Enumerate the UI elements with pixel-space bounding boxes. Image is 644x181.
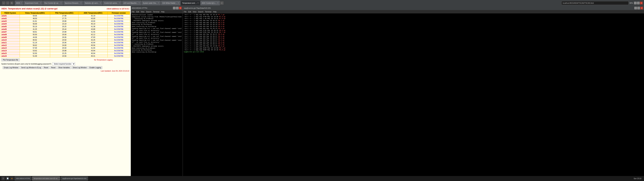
enable-logging-button[interactable]: Enable Logging <box>88 66 102 69</box>
terminal-line: if'- no such file or directory' <box>132 34 182 36</box>
menu-search[interactable]: Search <box>146 11 152 13</box>
table-row: aida16 51.69 24.56 40.31 0x3350706 <box>1 55 130 58</box>
tab-runcontrol[interactable]: Run Control @ car...✕ <box>43 1 63 5</box>
terminal-line: done executing do_PreReset <box>132 48 182 50</box>
table-row: aida09 44.06 26.06 47.69 0x3350706 <box>1 36 130 39</box>
col-header-firmware: Firmware version <box>108 12 130 14</box>
menu-edit[interactable]: Edit <box>136 11 139 13</box>
terminal-min-button[interactable]: − <box>634 7 637 10</box>
table-row: aida04 56.69 23.19 45.19 0x3350706 <box>1 22 130 25</box>
show-log-button[interactable]: Show Log Window <box>72 66 88 69</box>
forward-button[interactable]: → <box>6 1 10 5</box>
terminal-prompt: npg@carme-gsi:G22-201$ <box>184 51 643 53</box>
term-menu-terminal[interactable]: Terminal <box>205 11 212 13</box>
terminal-line: done executing do_PreReset <box>132 22 182 24</box>
term-menu-search[interactable]: Search <box>198 11 204 13</box>
empty-log-button[interactable]: Empty Log Window <box>3 66 20 69</box>
address-bar[interactable] <box>562 1 628 5</box>
minimize-button[interactable]: − <box>634 2 636 4</box>
list-item: -rw-r--r-- 1 npg npg 45K May 30 09:57 M9… <box>184 42 643 44</box>
tab-bar: AIDA✕ Experiment Contr...✕ Run Control @… <box>15 0 562 6</box>
taskbar-midas-item[interactable]: AIDA MIDAS HTTPd <box>14 176 31 180</box>
cell-psu: 22.25 <box>50 52 78 55</box>
function-select[interactable]: Select required function <box>52 62 75 66</box>
terminal-window-controls: − □ ✕ <box>634 7 643 10</box>
taskbar-terminal-item[interactable]: npg@carme-gsi:/TapeData/G22-201 <box>61 176 88 180</box>
tab-led[interactable]: LED and Wavefor...✕ <box>122 1 141 5</box>
cell-name: aida01 <box>1 14 20 17</box>
table-row: aida07 58.81 24.88 41.56 0x3350706 <box>1 31 130 33</box>
terminal-max-button[interactable]: □ <box>637 7 640 10</box>
tab-system[interactable]: System wide Che...✕ <box>142 1 161 5</box>
terminal-line: executing do_PostSetup <box>132 49 182 51</box>
reset2-button[interactable]: Reset <box>50 66 57 69</box>
term-menu-view[interactable]: View <box>193 11 196 13</box>
midas-max-button[interactable]: □ <box>176 7 178 10</box>
cell-psu: 24.56 <box>50 55 78 58</box>
terminal-line: done executing do_PostSetup <box>132 26 182 28</box>
terminal-line: ::MASTERTS namespace already exists <box>132 20 182 22</box>
cell-name: aida16 <box>1 55 20 58</box>
back-button[interactable]: ← <box>2 1 5 5</box>
terminal-close-button[interactable]: ✕ <box>640 7 643 10</box>
cell-vistex: 58.81 <box>20 31 50 33</box>
cell-psu: 24.50 <box>50 39 78 42</box>
tab-gsi[interactable]: GSI White Rabbit ...✕ <box>161 1 180 5</box>
list-item: -rw-r--r-- 1 npg npg 45K May 30 09:33 M8… <box>184 28 643 30</box>
taskbar-apps-icon[interactable]: ☷ <box>1 177 5 180</box>
list-item: -rw-r--r-- 1 npg npg 45K May 30 09:57 M9… <box>184 37 643 40</box>
term-menu-help[interactable]: Help <box>213 11 216 13</box>
cell-vistex: 51.19 <box>20 42 50 44</box>
terminal-menubar: File Edit View Search Terminal Help <box>183 10 644 14</box>
list-item: -rw-r--r-- 1 npg npg 45K May 30 09:33 M8… <box>184 24 643 26</box>
reload-button[interactable]: ↻ <box>10 1 14 5</box>
midas-min-button[interactable]: − <box>173 7 176 10</box>
col-header-asic: ASIC Temperature(55C) <box>78 12 108 14</box>
tab-temperature[interactable]: Temperature and ...✕ <box>181 1 200 5</box>
cell-firmware: 0x3350706 <box>108 47 130 50</box>
cell-firmware: 0x3350706 <box>108 33 130 36</box>
cell-name: aida06 <box>1 28 20 31</box>
new-tab-button[interactable]: + <box>220 1 224 5</box>
tab-statistics[interactable]: Statistics @ carm...✕ <box>83 1 102 5</box>
menu-view[interactable]: View <box>141 11 144 13</box>
table-row: aida12 56.62 24.00 45.56 0x3350706 <box>1 44 130 47</box>
midas-menubar: File Edit View Search Terminal Help <box>131 10 183 14</box>
cell-firmware: 0x3350706 <box>108 14 130 17</box>
taskbar-temperature-item[interactable]: Temperature and status scan @ car... <box>32 176 60 180</box>
close-button[interactable]: ✕ <box>640 2 643 4</box>
show-variables-button[interactable]: Show Variables <box>57 66 71 69</box>
cell-firmware: 0x3350706 <box>108 36 130 39</box>
file-list-content: -rw-r--r-- 1 npg npg 45K May 29 18:18 M7… <box>183 14 644 181</box>
reset-button[interactable]: Reset <box>43 66 50 69</box>
menu-file[interactable]: File <box>132 11 134 13</box>
tab-experiment[interactable]: Experiment Contr...✕ <box>24 1 43 5</box>
tab-asic[interactable]: ASIC Control @ c...✕ <box>200 1 220 5</box>
plot-temperature-button[interactable]: Plot Temperature file <box>1 58 20 61</box>
menu-help[interactable]: Help <box>161 11 164 13</box>
main-area: AIDA: Temperature and status scan(1.12) … <box>0 6 644 181</box>
cell-vistex: 48.50 <box>20 17 50 20</box>
list-item: -rw-r--r-- 1 npg npg 45K May 29 18:18 M7… <box>184 14 643 16</box>
cell-firmware: 0x3350706 <box>108 28 130 31</box>
term-menu-file[interactable]: File <box>184 11 186 13</box>
maximize-button[interactable]: □ <box>637 2 640 4</box>
taskbar-firefox-icon[interactable]: ■ <box>10 177 14 180</box>
menu-terminal[interactable]: Terminal <box>153 11 160 13</box>
cell-vistex: 55.19 <box>20 25 50 28</box>
terminal-title: npg@carme-gsi:/TapeData/G22-201 <box>184 7 211 9</box>
cell-vistex: 53.62 <box>20 50 50 52</box>
tab-control[interactable]: Control @ carme...✕ <box>103 1 122 5</box>
cell-psu: 29.88 <box>50 20 78 22</box>
table-row: aida05 55.19 20.25 41.38 0x3350706 <box>1 25 130 28</box>
midas-close-button[interactable]: ✕ <box>179 7 182 10</box>
taskbar-places-icon[interactable]: 📃 <box>6 177 10 180</box>
table-row: aida13 57.00 25.50 41.94 0x3350706 <box>1 47 130 50</box>
term-menu-edit[interactable]: Edit <box>188 11 191 13</box>
tab-aida[interactable]: AIDA✕ <box>15 1 23 5</box>
send-log-button[interactable]: Send Log Window to ELog <box>20 66 42 69</box>
terminal-line: loading Spectrum.tcl > can not find chan… <box>132 36 182 38</box>
terminal-line: loading Spectrum.tcl > can not find chan… <box>132 40 182 42</box>
tab-spectrum[interactable]: Spectrum Browsin...✕ <box>64 1 83 5</box>
page-header: AIDA: Temperature and status scan(1.12) … <box>0 6 131 12</box>
